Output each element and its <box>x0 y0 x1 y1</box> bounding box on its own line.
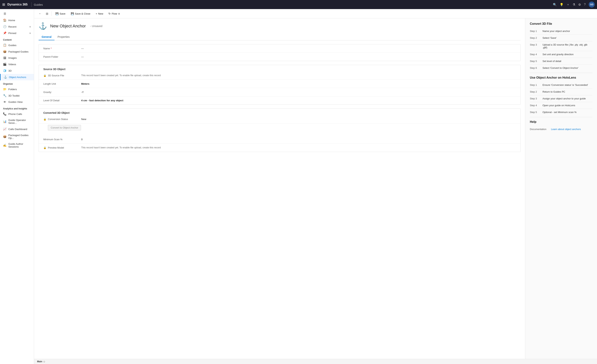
step-text: Assign your object anchor to your guide <box>542 97 586 100</box>
avatar[interactable]: GD <box>589 1 595 8</box>
settings-icon[interactable]: ⚙ <box>578 3 581 7</box>
pinned-chevron: ∨ <box>29 32 31 34</box>
lock-icon-1: 🔒 <box>43 74 46 77</box>
bottom-env-icon: ◇ <box>43 360 45 363</box>
help-icon[interactable]: ? <box>584 3 586 6</box>
sidebar-collapse[interactable]: ☰ <box>0 11 34 17</box>
sidebar-item-home[interactable]: 🏠 Home <box>0 17 34 23</box>
sidebar-item-calls-dashboard[interactable]: 📈 Calls Dashboard <box>0 126 34 132</box>
main-layout: ☰ 🏠 Home 🕐 Recent ∨ 📌 Pinned ∨ Content 📋… <box>0 9 597 364</box>
plus-icon[interactable]: ＋ <box>566 3 570 7</box>
gravity-value[interactable]: -Y <box>81 91 516 94</box>
sidebar-item-phone-calls[interactable]: 📞 Phone Calls <box>0 111 34 117</box>
step-label: Step 1 <box>530 30 540 32</box>
minimum-scan-value[interactable]: 0 <box>81 138 516 141</box>
step-text: Open your guide on HoloLens <box>542 104 575 107</box>
top-navigation: ⊞ Dynamics 365 Guides 🔍 💡 ＋ ⚗ ⚙ ? GD <box>0 0 597 9</box>
learn-about-object-anchors-link[interactable]: Learn about object anchors <box>551 128 581 131</box>
lightbulb-icon[interactable]: 💡 <box>560 3 564 7</box>
sidebar-item-object-anchors[interactable]: ⚓ Object Anchors <box>0 74 34 80</box>
name-required: * <box>51 47 52 50</box>
hololens-step-row: Step 4Open your guide on HoloLens <box>530 102 592 109</box>
preview-model-value: This record hasn't been created yet. To … <box>81 146 516 149</box>
step-label: Step 1 <box>530 83 540 86</box>
sidebar-item-images[interactable]: 🖼 Images <box>0 55 34 61</box>
flow-label: Flow <box>112 12 117 15</box>
save-button[interactable]: 💾 Save <box>53 11 68 16</box>
parent-folder-row: Parent Folder --- <box>39 53 520 61</box>
sidebar-packaged-op-label: Packaged Guides Op... <box>8 134 31 139</box>
save-close-button[interactable]: 💾 Save & Close <box>69 11 93 16</box>
sidebar-item-guides[interactable]: 📋 Guides <box>0 42 34 48</box>
parent-folder-value[interactable]: --- <box>81 55 516 58</box>
step-label: Step 4 <box>530 53 540 56</box>
conversion-status-value: New <box>81 118 516 121</box>
step-text: Set unit and gravity direction <box>542 53 573 56</box>
sidebar-item-3d[interactable]: 🧊 3D <box>0 68 34 74</box>
recent-icon: 🕐 <box>3 25 7 28</box>
name-value[interactable]: --- <box>81 47 516 50</box>
sidebar-videos-label: Videos <box>8 63 16 66</box>
help-doc-label: Documentation <box>530 128 549 131</box>
step-text: Optional - set Minimum scan % <box>542 111 577 114</box>
table-view-button[interactable]: ⊞ <box>44 11 50 17</box>
source-3d-section-title: Source 3D Object <box>39 65 520 71</box>
save-icon: 💾 <box>55 12 59 15</box>
sidebar-item-folders[interactable]: 📁 Folders <box>0 86 34 92</box>
waffle-icon[interactable]: ⊞ <box>2 2 5 7</box>
sidebar-recent-label: Recent <box>8 25 16 28</box>
gravity-row: Gravity: -Y <box>39 88 520 96</box>
hololens-step-row: Step 5Optional - set Minimum scan % <box>530 109 592 115</box>
step-label: Step 2 <box>530 37 540 39</box>
save-close-label: Save & Close <box>75 12 90 15</box>
guides-view-icon: 👁 <box>3 100 7 104</box>
new-label: New <box>98 12 103 15</box>
table-icon: ⊞ <box>46 12 48 15</box>
sidebar-item-guide-author[interactable]: ✍ Guide Author Sessions <box>0 141 34 150</box>
sidebar-item-packaged-guides-op[interactable]: 📦 Packaged Guides Op... <box>0 132 34 141</box>
packaged-guides-icon: 📦 <box>3 50 7 53</box>
sidebar-item-videos[interactable]: 🎬 Videos <box>0 61 34 68</box>
step-text: Return to Guides PC <box>542 90 565 93</box>
sidebar-3d-label: 3D <box>8 69 12 72</box>
sidebar-phone-label: Phone Calls <box>8 113 22 115</box>
step-label: Step 5 <box>530 111 540 114</box>
hololens-steps-list: Step 1Ensure 'Conversion status' is 'Suc… <box>530 82 592 115</box>
convert-button-container: Convert to Object Anchor <box>39 123 520 135</box>
sidebar-item-recent[interactable]: 🕐 Recent ∨ <box>0 23 34 30</box>
converted-3d-section-title: Converted 3D Object <box>39 109 520 115</box>
bottom-bar: Main ◇ <box>34 359 597 364</box>
back-button[interactable]: ← <box>37 11 43 17</box>
page-title: New Object Anchor <box>50 24 86 29</box>
sidebar-item-3d-toolkit[interactable]: 🔧 3D Toolkit <box>0 92 34 99</box>
convert-step-row: Step 4Set unit and gravity direction <box>530 51 592 58</box>
help-title: Help <box>530 120 592 124</box>
convert-steps-list: Step 1Name your object anchorStep 2Selec… <box>530 28 592 71</box>
new-button[interactable]: + New <box>94 11 106 16</box>
collapse-icon: ☰ <box>3 12 7 15</box>
flow-icon: ↻ <box>109 12 111 15</box>
sidebar-packaged-guides-label: Packaged Guides <box>8 50 29 53</box>
flow-button[interactable]: ↻ Flow ∨ <box>106 11 122 16</box>
tab-general[interactable]: General <box>39 34 55 40</box>
tab-properties[interactable]: Properties <box>55 34 73 40</box>
sidebar-item-guides-view[interactable]: 👁 Guides View <box>0 99 34 105</box>
help-row: Documentation Learn about object anchors <box>530 126 592 132</box>
sidebar-item-guide-operator[interactable]: 📊 Guide Operator Sessi... <box>0 117 34 126</box>
sidebar-guides-view-label: Guides View <box>8 100 23 103</box>
sidebar-item-packaged-guides[interactable]: 📦 Packaged Guides <box>0 48 34 55</box>
phone-icon: 📞 <box>3 112 7 116</box>
sidebar-item-pinned[interactable]: 📌 Pinned ∨ <box>0 30 34 36</box>
app-name: Guides <box>34 3 43 6</box>
step-label: Step 3 <box>530 97 540 100</box>
packaged-op-icon: 📦 <box>3 135 7 138</box>
filter-icon[interactable]: ⚗ <box>573 3 575 7</box>
level-of-detail-value[interactable]: 4 cm - fast detection for any object <box>81 99 516 102</box>
step-text: Select 'Convert to Object Anchor' <box>542 67 578 69</box>
command-bar: ← ⊞ 💾 Save 💾 Save & Close + New ↻ Flow ∨ <box>34 9 597 18</box>
search-icon[interactable]: 🔍 <box>553 3 557 7</box>
content-section-label: Content <box>0 36 34 42</box>
source-3d-card: Source 3D Object 🔒 3D Source File This r… <box>39 65 520 105</box>
length-unit-value[interactable]: Meters <box>81 82 516 85</box>
convert-to-object-anchor-button[interactable]: Convert to Object Anchor <box>48 125 81 130</box>
